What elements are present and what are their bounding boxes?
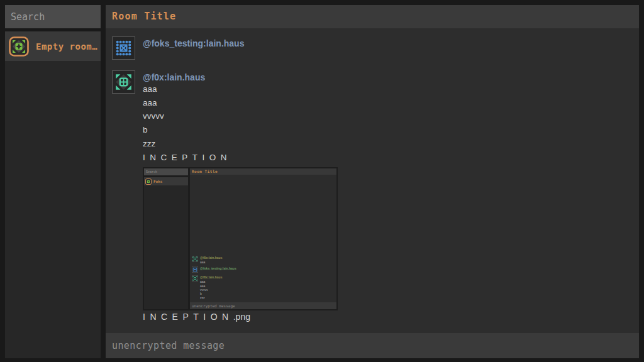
message-line: zzz: [143, 137, 338, 151]
room-avatar-icon: [9, 36, 29, 57]
room-header: Room Title: [106, 5, 639, 28]
mini-message: @foks_testing:lain.haus: [192, 266, 236, 273]
sidebar: Empty room…: [5, 5, 101, 358]
composer: [106, 333, 639, 358]
mini-room-name: Foks: [153, 179, 162, 184]
mini-message-list: @f0x:lain.haus aaa: [190, 175, 336, 302]
mini-search-input: Search: [144, 168, 188, 175]
image-attachment[interactable]: Search Foks: [143, 167, 338, 310]
mini-f0x-avatar-icon: [192, 256, 198, 262]
mini-sender-name: @foks_testing:lain.haus: [200, 266, 236, 271]
message-line: INCEPTION: [143, 151, 338, 165]
mini-chat-panel: Room Title: [190, 168, 336, 309]
message: @foks_testing:lain.haus: [112, 36, 639, 60]
mini-message-line: zzz: [200, 296, 222, 300]
sender-name[interactable]: @f0x:lain.haus: [143, 72, 338, 82]
mini-room-avatar-icon: [145, 178, 152, 185]
mini-room-list-item: Foks: [144, 177, 188, 185]
message-list: @foks_testing:lain.haus: [106, 28, 639, 333]
message-line: vvvvv: [143, 109, 338, 123]
mini-sender-name: @f0x:lain.haus: [200, 256, 222, 260]
chat-panel: Room Title: [106, 5, 639, 358]
mini-message: @f0x:lain.haus aaa: [192, 256, 236, 264]
message: @f0x:lain.haus aaa aaa vvvvv b zzz INCEP…: [112, 70, 639, 322]
search-input[interactable]: [5, 5, 101, 28]
foks-testing-avatar-icon[interactable]: [112, 36, 135, 60]
room-list-item-name: Empty room…: [36, 41, 97, 52]
room-list-item[interactable]: Empty room…: [5, 31, 101, 61]
attachment-filename[interactable]: INCEPTION.png: [143, 312, 338, 322]
mini-sender-name: @f0x:lain.haus: [200, 275, 222, 280]
mini-sidebar: Search Foks: [144, 168, 188, 309]
message-line: b: [143, 123, 338, 137]
room-title: Room Title: [112, 11, 176, 22]
f0x-avatar-icon[interactable]: [112, 70, 135, 94]
mini-message: @f0x:lain.haus aaa aaa vvvvv b zzz: [192, 275, 236, 300]
mini-foks-testing-avatar-icon: [192, 266, 198, 273]
sender-name[interactable]: @foks_testing:lain.haus: [143, 38, 244, 48]
composer-input[interactable]: [112, 340, 639, 351]
mini-room-title: Room Title: [190, 168, 336, 175]
attachment-filename-ext: .png: [233, 312, 250, 322]
message-line: aaa: [143, 96, 338, 110]
attachment-filename-base: INCEPTION: [143, 312, 233, 322]
message-line: aaa: [143, 82, 338, 96]
mini-f0x-avatar-icon: [192, 275, 198, 282]
room-list-empty-area: [5, 61, 101, 358]
mini-composer-input: unencrypted message: [190, 302, 336, 309]
mini-message-line: aaa: [200, 260, 222, 264]
